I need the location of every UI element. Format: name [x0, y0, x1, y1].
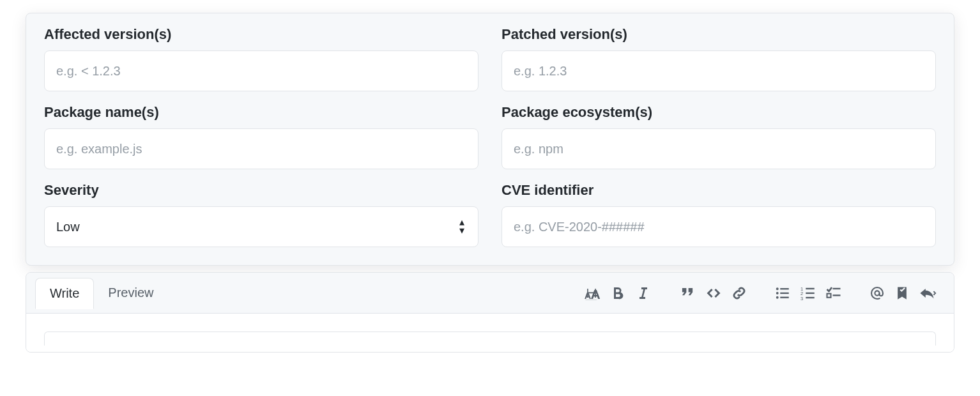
unordered-list-icon[interactable] [770, 286, 795, 301]
svg-point-4 [776, 292, 779, 294]
cve-identifier-input[interactable] [501, 206, 936, 247]
svg-rect-5 [780, 292, 789, 293]
svg-point-2 [776, 287, 779, 290]
severity-select[interactable]: Low [44, 206, 479, 247]
comment-textarea[interactable] [44, 331, 936, 346]
severity-label: Severity [44, 182, 479, 199]
link-icon[interactable] [726, 286, 752, 301]
package-names-label: Package name(s) [44, 104, 479, 121]
tab-preview[interactable]: Preview [94, 278, 167, 308]
svg-rect-16 [833, 294, 841, 296]
package-ecosystems-input[interactable] [501, 128, 936, 169]
svg-rect-15 [827, 293, 831, 297]
affected-versions-input[interactable] [44, 50, 479, 91]
mention-icon[interactable] [864, 286, 890, 301]
affected-versions-label: Affected version(s) [44, 26, 479, 43]
md-toolbar: AA 123 [578, 285, 954, 301]
patched-versions-input[interactable] [501, 50, 936, 91]
comment-body [26, 314, 954, 352]
svg-text:A: A [590, 286, 600, 301]
advisory-details-panel: Affected version(s) Patched version(s) P… [26, 13, 954, 266]
quote-icon[interactable] [674, 285, 701, 301]
patched-versions-label: Patched version(s) [501, 26, 936, 43]
comment-editor: Write Preview AA [26, 272, 954, 353]
italic-icon[interactable] [631, 286, 656, 301]
package-ecosystems-label: Package ecosystem(s) [501, 104, 936, 121]
svg-point-6 [776, 296, 779, 298]
code-icon[interactable] [701, 286, 726, 301]
svg-rect-3 [780, 288, 789, 289]
svg-text:3: 3 [800, 295, 803, 301]
svg-rect-11 [806, 292, 815, 293]
tab-write[interactable]: Write [35, 278, 94, 309]
cve-identifier-label: CVE identifier [501, 182, 936, 199]
svg-point-17 [875, 291, 879, 295]
svg-rect-13 [806, 296, 815, 298]
package-names-input[interactable] [44, 128, 479, 169]
heading-icon[interactable]: AA [578, 285, 605, 301]
task-list-icon[interactable] [821, 286, 846, 301]
comment-tabs: Write Preview AA [26, 273, 954, 314]
svg-rect-14 [833, 287, 841, 289]
ordered-list-icon[interactable]: 123 [795, 286, 821, 301]
reply-icon[interactable] [914, 286, 942, 301]
saved-reply-icon[interactable] [890, 286, 914, 300]
svg-rect-7 [780, 296, 789, 298]
bold-icon[interactable] [605, 286, 631, 301]
svg-rect-9 [806, 287, 815, 289]
